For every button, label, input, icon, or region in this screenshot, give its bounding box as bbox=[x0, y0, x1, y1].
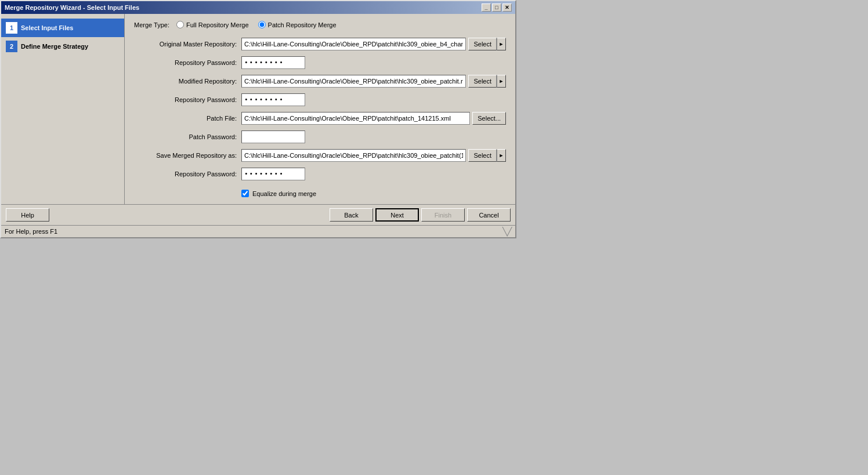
minimize-button[interactable]: _ bbox=[482, 3, 491, 12]
save-merged-select-btn-group: Select ► bbox=[468, 149, 506, 162]
sidebar-item-step2[interactable]: 2 Define Merge Strategy bbox=[1, 37, 124, 56]
full-repo-label: Full Repository Merge bbox=[186, 21, 249, 28]
back-button[interactable]: Back bbox=[330, 208, 373, 222]
original-master-row: Original Master Repository: Select ► bbox=[134, 38, 506, 50]
step2-number: 2 bbox=[6, 41, 17, 52]
save-merged-select-arrow[interactable]: ► bbox=[497, 149, 506, 162]
save-merged-row: Save Merged Repository as: Select ► bbox=[134, 149, 506, 162]
patch-password-row: Patch Password: bbox=[134, 130, 506, 143]
original-master-password-row: Repository Password: bbox=[134, 56, 506, 69]
modified-repo-input[interactable] bbox=[241, 75, 466, 88]
patch-file-select-btn[interactable]: Select... bbox=[472, 112, 506, 125]
restore-button[interactable]: □ bbox=[492, 3, 501, 12]
modified-password-input[interactable] bbox=[241, 93, 305, 106]
merged-password-row: Repository Password: bbox=[134, 168, 506, 180]
merge-type-label: Merge Type: bbox=[134, 21, 169, 28]
patch-password-label: Patch Password: bbox=[134, 133, 241, 140]
modified-repo-select-main[interactable]: Select bbox=[468, 75, 497, 88]
bottom-buttons: Back Next Finish Cancel bbox=[330, 208, 511, 222]
save-merged-select-main[interactable]: Select bbox=[468, 149, 497, 162]
title-bar: Merge Repository Wizard - Select Input F… bbox=[1, 1, 515, 14]
modified-repo-select-btn-group: Select ► bbox=[468, 75, 506, 88]
finish-button[interactable]: Finish bbox=[421, 208, 465, 222]
full-repo-radio-item: Full Repository Merge bbox=[176, 21, 249, 28]
save-merged-input[interactable] bbox=[241, 149, 466, 162]
original-master-select-main[interactable]: Select bbox=[468, 38, 497, 50]
sidebar-item-step1[interactable]: 1 Select Input Files bbox=[1, 19, 124, 37]
window-title: Merge Repository Wizard - Select Input F… bbox=[5, 4, 139, 11]
patch-file-label: Patch File: bbox=[134, 115, 241, 122]
save-merged-label: Save Merged Repository as: bbox=[134, 152, 241, 159]
merge-type-row: Merge Type: Full Repository Merge Patch … bbox=[134, 21, 506, 28]
main-window: Merge Repository Wizard - Select Input F… bbox=[0, 0, 516, 238]
modified-repo-select-arrow[interactable]: ► bbox=[497, 75, 506, 88]
window-body: 1 Select Input Files 2 Define Merge Stra… bbox=[1, 14, 515, 237]
step1-number: 1 bbox=[6, 22, 17, 34]
original-master-password-label: Repository Password: bbox=[134, 59, 241, 66]
original-master-password-input[interactable] bbox=[241, 56, 305, 69]
step1-label: Select Input Files bbox=[21, 24, 73, 31]
patch-repo-label: Patch Repository Merge bbox=[268, 21, 337, 28]
cancel-button[interactable]: Cancel bbox=[467, 208, 511, 222]
patch-repo-radio[interactable] bbox=[258, 21, 266, 28]
sidebar: 1 Select Input Files 2 Define Merge Stra… bbox=[1, 14, 125, 204]
merge-type-radio-group: Full Repository Merge Patch Repository M… bbox=[176, 21, 337, 28]
bottom-bar: Help Back Next Finish Cancel bbox=[1, 204, 515, 225]
modified-repo-row: Modified Repository: Select ► bbox=[134, 75, 506, 88]
full-repo-radio[interactable] bbox=[176, 21, 184, 28]
original-master-select-arrow[interactable]: ► bbox=[497, 38, 506, 50]
status-grip: ╲╱ bbox=[502, 227, 512, 236]
patch-repo-radio-item: Patch Repository Merge bbox=[258, 21, 337, 28]
equalize-checkbox-row: Equalize during merge bbox=[241, 190, 506, 197]
modified-password-label: Repository Password: bbox=[134, 96, 241, 103]
content-area: Merge Type: Full Repository Merge Patch … bbox=[125, 14, 515, 204]
next-button[interactable]: Next bbox=[375, 208, 419, 222]
window-controls: _ □ ✕ bbox=[482, 3, 512, 12]
status-bar: For Help, press F1 ╲╱ bbox=[1, 225, 515, 237]
close-button[interactable]: ✕ bbox=[502, 3, 512, 12]
modified-password-row: Repository Password: bbox=[134, 93, 506, 106]
equalize-checkbox[interactable] bbox=[241, 190, 249, 197]
patch-file-input[interactable] bbox=[241, 112, 470, 125]
status-text: For Help, press F1 bbox=[5, 228, 57, 235]
original-master-input[interactable] bbox=[241, 38, 466, 50]
main-area: 1 Select Input Files 2 Define Merge Stra… bbox=[1, 14, 515, 204]
original-master-select-btn-group: Select ► bbox=[468, 38, 506, 50]
original-master-label: Original Master Repository: bbox=[134, 41, 241, 48]
patch-file-row: Patch File: Select... bbox=[134, 112, 506, 125]
merged-password-label: Repository Password: bbox=[134, 171, 241, 177]
modified-repo-label: Modified Repository: bbox=[134, 78, 241, 85]
merged-password-input[interactable] bbox=[241, 168, 305, 180]
step2-label: Define Merge Strategy bbox=[21, 43, 88, 50]
help-button[interactable]: Help bbox=[6, 208, 49, 222]
patch-password-input[interactable] bbox=[241, 130, 305, 143]
equalize-label: Equalize during merge bbox=[252, 190, 316, 197]
